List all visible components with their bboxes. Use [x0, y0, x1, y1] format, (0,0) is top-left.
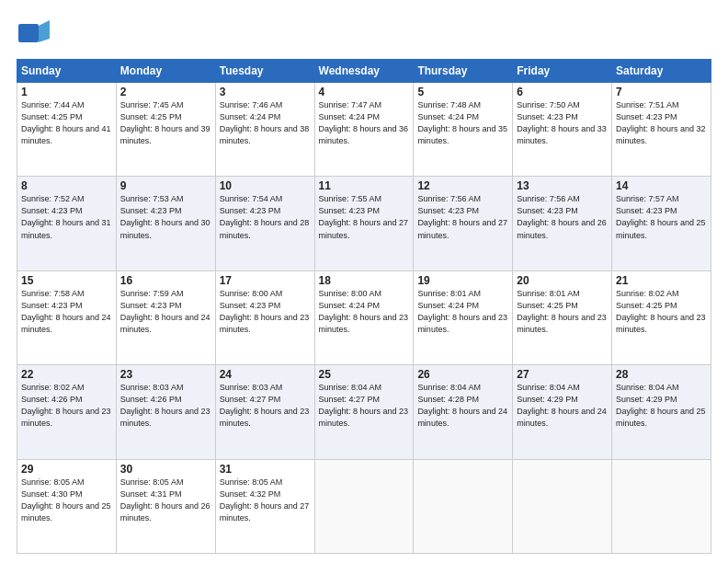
calendar-cell: 9Sunrise: 7:53 AMSunset: 4:23 PMDaylight… [116, 177, 215, 270]
day-number: 19 [417, 274, 508, 287]
calendar-cell [612, 459, 711, 553]
day-number: 18 [319, 274, 410, 287]
cell-info: Sunrise: 7:56 AMSunset: 4:23 PMDaylight:… [517, 193, 608, 241]
calendar-cell: 16Sunrise: 7:59 AMSunset: 4:23 PMDayligh… [116, 270, 215, 364]
calendar-cell: 14Sunrise: 7:57 AMSunset: 4:23 PMDayligh… [612, 177, 711, 270]
day-number: 7 [616, 86, 707, 98]
calendar-cell: 26Sunrise: 8:04 AMSunset: 4:28 PMDayligh… [414, 365, 513, 459]
calendar-cell: 29Sunrise: 8:05 AMSunset: 4:30 PMDayligh… [17, 459, 117, 553]
calendar-week-2: 8Sunrise: 7:52 AMSunset: 4:23 PMDaylight… [17, 177, 711, 270]
calendar-cell: 23Sunrise: 8:03 AMSunset: 4:26 PMDayligh… [116, 365, 215, 459]
cell-info: Sunrise: 8:00 AMSunset: 4:24 PMDaylight:… [319, 288, 410, 336]
cell-info: Sunrise: 8:02 AMSunset: 4:25 PMDaylight:… [616, 288, 707, 336]
calendar-cell: 12Sunrise: 7:56 AMSunset: 4:23 PMDayligh… [414, 177, 513, 270]
day-number: 6 [517, 86, 608, 98]
calendar-week-5: 29Sunrise: 8:05 AMSunset: 4:30 PMDayligh… [17, 459, 711, 553]
day-number: 4 [319, 86, 410, 98]
cell-info: Sunrise: 8:03 AMSunset: 4:26 PMDaylight:… [120, 382, 211, 430]
calendar-cell: 6Sunrise: 7:50 AMSunset: 4:23 PMDaylight… [513, 83, 612, 177]
cell-info: Sunrise: 8:04 AMSunset: 4:29 PMDaylight:… [517, 382, 608, 430]
calendar-cell: 17Sunrise: 8:00 AMSunset: 4:23 PMDayligh… [215, 270, 314, 364]
logo [17, 17, 53, 50]
svg-marker-1 [39, 20, 50, 42]
cell-info: Sunrise: 7:54 AMSunset: 4:23 PMDaylight:… [220, 193, 311, 241]
day-number: 13 [517, 179, 608, 192]
col-header-monday: Monday [116, 60, 215, 83]
calendar-table: SundayMondayTuesdayWednesdayThursdayFrid… [17, 59, 711, 554]
calendar-cell: 22Sunrise: 8:02 AMSunset: 4:26 PMDayligh… [17, 365, 117, 459]
svg-rect-0 [18, 24, 39, 42]
cell-info: Sunrise: 7:48 AMSunset: 4:24 PMDaylight:… [417, 99, 508, 147]
calendar-week-4: 22Sunrise: 8:02 AMSunset: 4:26 PMDayligh… [17, 365, 711, 459]
day-number: 21 [616, 274, 707, 287]
calendar-cell: 8Sunrise: 7:52 AMSunset: 4:23 PMDaylight… [17, 177, 117, 270]
calendar-cell: 25Sunrise: 8:04 AMSunset: 4:27 PMDayligh… [314, 365, 414, 459]
calendar-cell: 30Sunrise: 8:05 AMSunset: 4:31 PMDayligh… [116, 459, 215, 553]
cell-info: Sunrise: 7:45 AMSunset: 4:25 PMDaylight:… [120, 99, 211, 147]
day-number: 15 [21, 274, 112, 287]
cell-info: Sunrise: 7:50 AMSunset: 4:23 PMDaylight:… [517, 99, 608, 147]
calendar-cell: 19Sunrise: 8:01 AMSunset: 4:24 PMDayligh… [414, 270, 513, 364]
cell-info: Sunrise: 8:00 AMSunset: 4:23 PMDaylight:… [220, 288, 311, 336]
cell-info: Sunrise: 8:03 AMSunset: 4:27 PMDaylight:… [220, 382, 311, 430]
calendar-cell: 2Sunrise: 7:45 AMSunset: 4:25 PMDaylight… [116, 83, 215, 177]
day-number: 16 [120, 274, 211, 287]
calendar-week-1: 1Sunrise: 7:44 AMSunset: 4:25 PMDaylight… [17, 83, 711, 177]
cell-info: Sunrise: 7:56 AMSunset: 4:23 PMDaylight:… [417, 193, 508, 241]
calendar-cell: 5Sunrise: 7:48 AMSunset: 4:24 PMDaylight… [414, 83, 513, 177]
day-number: 25 [319, 368, 410, 381]
calendar-cell: 20Sunrise: 8:01 AMSunset: 4:25 PMDayligh… [513, 270, 612, 364]
cell-info: Sunrise: 8:05 AMSunset: 4:31 PMDaylight:… [120, 477, 211, 524]
cell-info: Sunrise: 7:47 AMSunset: 4:24 PMDaylight:… [319, 99, 410, 147]
day-number: 20 [517, 274, 608, 287]
cell-info: Sunrise: 8:04 AMSunset: 4:29 PMDaylight:… [616, 382, 707, 430]
col-header-friday: Friday [513, 60, 612, 83]
calendar-cell: 13Sunrise: 7:56 AMSunset: 4:23 PMDayligh… [513, 177, 612, 270]
calendar-cell: 3Sunrise: 7:46 AMSunset: 4:24 PMDaylight… [215, 83, 314, 177]
day-number: 23 [120, 368, 211, 381]
cell-info: Sunrise: 7:52 AMSunset: 4:23 PMDaylight:… [21, 193, 112, 241]
cell-info: Sunrise: 7:55 AMSunset: 4:23 PMDaylight:… [319, 193, 410, 241]
calendar-header-row: SundayMondayTuesdayWednesdayThursdayFrid… [17, 60, 711, 83]
cell-info: Sunrise: 7:58 AMSunset: 4:23 PMDaylight:… [21, 288, 112, 336]
calendar-cell: 31Sunrise: 8:05 AMSunset: 4:32 PMDayligh… [215, 459, 314, 553]
col-header-thursday: Thursday [414, 60, 513, 83]
day-number: 26 [417, 368, 508, 381]
calendar-cell: 18Sunrise: 8:00 AMSunset: 4:24 PMDayligh… [314, 270, 414, 364]
cell-info: Sunrise: 7:46 AMSunset: 4:24 PMDaylight:… [220, 99, 311, 147]
col-header-wednesday: Wednesday [314, 60, 414, 83]
cell-info: Sunrise: 7:53 AMSunset: 4:23 PMDaylight:… [120, 193, 211, 241]
day-number: 10 [220, 179, 311, 192]
calendar-cell: 7Sunrise: 7:51 AMSunset: 4:23 PMDaylight… [612, 83, 711, 177]
day-number: 24 [220, 368, 311, 381]
cell-info: Sunrise: 8:01 AMSunset: 4:25 PMDaylight:… [517, 288, 608, 336]
day-number: 2 [120, 86, 211, 98]
day-number: 12 [417, 179, 508, 192]
day-number: 3 [220, 86, 311, 98]
cell-info: Sunrise: 8:02 AMSunset: 4:26 PMDaylight:… [21, 382, 112, 430]
calendar-cell [414, 459, 513, 553]
calendar-cell: 11Sunrise: 7:55 AMSunset: 4:23 PMDayligh… [314, 177, 414, 270]
day-number: 8 [21, 179, 112, 192]
calendar-cell: 10Sunrise: 7:54 AMSunset: 4:23 PMDayligh… [215, 177, 314, 270]
cell-info: Sunrise: 8:05 AMSunset: 4:32 PMDaylight:… [220, 477, 311, 524]
calendar-cell: 1Sunrise: 7:44 AMSunset: 4:25 PMDaylight… [17, 83, 117, 177]
col-header-sunday: Sunday [17, 60, 117, 83]
cell-info: Sunrise: 8:04 AMSunset: 4:27 PMDaylight:… [319, 382, 410, 430]
calendar-cell: 28Sunrise: 8:04 AMSunset: 4:29 PMDayligh… [612, 365, 711, 459]
day-number: 5 [417, 86, 508, 98]
day-number: 28 [616, 368, 707, 381]
page: SundayMondayTuesdayWednesdayThursdayFrid… [0, 0, 728, 563]
col-header-saturday: Saturday [612, 60, 711, 83]
cell-info: Sunrise: 7:44 AMSunset: 4:25 PMDaylight:… [21, 99, 112, 147]
calendar-cell: 4Sunrise: 7:47 AMSunset: 4:24 PMDaylight… [314, 83, 414, 177]
cell-info: Sunrise: 7:51 AMSunset: 4:23 PMDaylight:… [616, 99, 707, 147]
calendar-cell: 15Sunrise: 7:58 AMSunset: 4:23 PMDayligh… [17, 270, 117, 364]
calendar-cell: 24Sunrise: 8:03 AMSunset: 4:27 PMDayligh… [215, 365, 314, 459]
header [17, 17, 711, 50]
day-number: 9 [120, 179, 211, 192]
calendar-cell [314, 459, 414, 553]
day-number: 22 [21, 368, 112, 381]
calendar-cell: 27Sunrise: 8:04 AMSunset: 4:29 PMDayligh… [513, 365, 612, 459]
day-number: 17 [220, 274, 311, 287]
